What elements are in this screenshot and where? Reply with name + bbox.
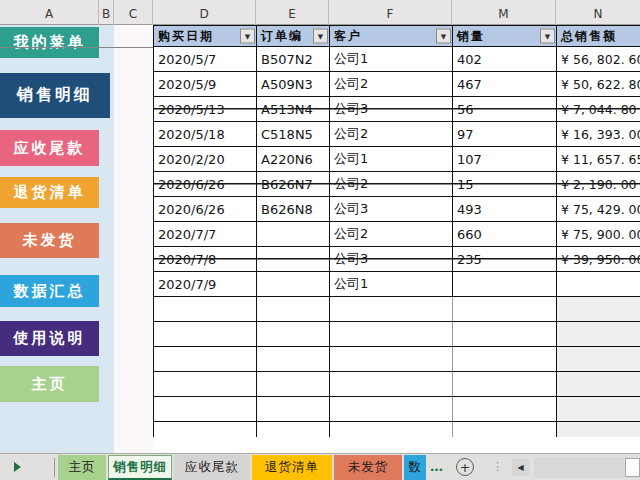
sales-table: 购买日期▼ 订单编▼ 客户▼ 销量▼ 总销售额 2020/5/7B507N2公司… (153, 25, 640, 437)
table-row: 2020/7/7公司2660¥ 75, 900. 00 (154, 222, 640, 247)
column-header-n[interactable]: N (556, 0, 640, 25)
column-header-a[interactable]: A (0, 0, 99, 25)
menu-button-receivables[interactable]: 应收尾款 (0, 130, 99, 166)
overflow-dots-icon: ⋮ (492, 460, 503, 473)
cell-qty[interactable]: 402 (453, 47, 557, 72)
cell-date[interactable]: 2020/5/7 (154, 47, 257, 72)
tab-returns[interactable]: 退货清单 (252, 455, 332, 480)
menu-pane: 我的菜单 销售明细 应收尾款 退货清单 未发货 数据汇总 使用说明 主页 (0, 25, 153, 453)
column-header-f[interactable]: F (329, 0, 452, 25)
column-header-e[interactable]: E (256, 0, 329, 25)
cell-order[interactable] (257, 272, 330, 297)
filter-dropdown-icon[interactable]: ▼ (436, 29, 451, 44)
cell-qty[interactable]: 107 (453, 147, 557, 172)
tab-unshipped[interactable]: 未发货 (334, 455, 402, 480)
cell-customer[interactable]: 公司3 (330, 97, 453, 122)
cell-order[interactable]: A509N3 (257, 72, 330, 97)
cell-date[interactable]: 2020/7/8 (154, 247, 257, 272)
cell-amount[interactable]: ¥ 75, 900. 00 (557, 222, 640, 247)
menu-button-sales-detail[interactable]: 销售明细 (0, 73, 110, 118)
next-sheet-icon[interactable] (14, 462, 21, 472)
add-sheet-icon[interactable]: + (456, 458, 474, 476)
column-header-d[interactable]: D (153, 0, 256, 25)
tab-home[interactable]: 主页 (58, 455, 106, 480)
cell-customer[interactable]: 公司3 (330, 197, 453, 222)
cell-date[interactable]: 2020/6/26 (154, 172, 257, 197)
cell-date[interactable]: 2020/7/7 (154, 222, 257, 247)
cell-amount[interactable]: ¥ 56, 802. 60 (557, 47, 640, 72)
scrollbar-thumb[interactable] (625, 458, 640, 477)
empty-row (154, 397, 640, 422)
empty-row (154, 422, 640, 437)
table-row: 2020/5/18C518N5公司297¥ 16, 393. 00 (154, 122, 640, 147)
tab-receivables[interactable]: 应收尾款 (174, 455, 250, 480)
column-header-c[interactable]: C (114, 0, 153, 25)
filter-dropdown-icon[interactable]: ▼ (313, 29, 328, 44)
spreadsheet-window: A B C D E F M N 我的菜单 销售明细 应收尾款 退货清单 未发货 … (0, 0, 640, 480)
cell-customer[interactable]: 公司2 (330, 222, 453, 247)
menu-button-home[interactable]: 主页 (0, 366, 99, 402)
cell-amount[interactable]: ¥ 7, 044. 80 (557, 97, 640, 122)
cell-date[interactable]: 2020/2/20 (154, 147, 257, 172)
filter-dropdown-icon[interactable]: ▼ (240, 29, 255, 44)
cell-date[interactable]: 2020/5/13 (154, 97, 257, 122)
cell-customer[interactable]: 公司1 (330, 147, 453, 172)
tab-data-summary-truncated[interactable]: 数 (404, 455, 426, 480)
empty-row (154, 372, 640, 397)
cell-customer[interactable]: 公司1 (330, 47, 453, 72)
sheet-tab-bar: 主页 销售明细 应收尾款 退货清单 未发货 数 … + ⋮ ◀ (0, 453, 640, 480)
empty-row (154, 297, 640, 322)
cell-date[interactable]: 2020/7/9 (154, 272, 257, 297)
empty-row (154, 347, 640, 372)
cell-amount[interactable]: ¥ 2, 190. 00 (557, 172, 640, 197)
cell-qty[interactable]: 56 (453, 97, 557, 122)
header-customer: 客户▼ (330, 26, 453, 47)
menu-button-data-summary[interactable]: 数据汇总 (0, 275, 99, 307)
table-header-row: 购买日期▼ 订单编▼ 客户▼ 销量▼ 总销售额 (154, 26, 640, 47)
empty-row (154, 322, 640, 347)
tab-sales-detail-active[interactable]: 销售明细 (108, 455, 172, 480)
column-letters-strip: A B C D E F M N (0, 0, 640, 25)
menu-button-returns[interactable]: 退货清单 (0, 177, 99, 208)
cell-customer[interactable]: 公司2 (330, 122, 453, 147)
menu-button-instructions[interactable]: 使用说明 (0, 321, 99, 356)
cell-customer[interactable]: 公司2 (330, 72, 453, 97)
cell-order[interactable]: C518N5 (257, 122, 330, 147)
cell-amount[interactable]: ¥ 75, 429. 00 (557, 197, 640, 222)
cell-qty[interactable]: 467 (453, 72, 557, 97)
cell-date[interactable]: 2020/5/9 (154, 72, 257, 97)
cell-customer[interactable]: 公司3 (330, 247, 453, 272)
header-order-no: 订单编▼ (257, 26, 330, 47)
cell-qty[interactable]: 493 (453, 197, 557, 222)
cell-amount[interactable]: ¥ 39, 950. 00 (557, 247, 640, 272)
horizontal-scrollbar[interactable] (534, 457, 640, 478)
column-header-m[interactable]: M (452, 0, 556, 25)
column-header-b[interactable]: B (99, 0, 114, 25)
cell-qty[interactable] (453, 272, 557, 297)
cell-order[interactable]: B507N2 (257, 47, 330, 72)
cell-amount[interactable]: ¥ 16, 393. 00 (557, 122, 640, 147)
cell-amount[interactable]: ¥ 11, 657. 65 (557, 147, 640, 172)
scroll-left-icon[interactable]: ◀ (512, 459, 529, 476)
cell-order[interactable]: B626N8 (257, 197, 330, 222)
table-row-struck: 2020/5/13A513N4公司356¥ 7, 044. 80 (154, 97, 640, 122)
more-tabs-indicator[interactable]: … (430, 459, 443, 474)
cell-amount[interactable]: ¥ 50, 622. 80 (557, 72, 640, 97)
cell-qty[interactable]: 660 (453, 222, 557, 247)
cell-amount[interactable] (557, 272, 640, 297)
menu-button-my-menu[interactable]: 我的菜单 (0, 27, 99, 58)
cell-order[interactable]: A220N6 (257, 147, 330, 172)
menu-button-unshipped[interactable]: 未发货 (0, 223, 99, 258)
cell-order[interactable]: A513N4 (257, 97, 330, 122)
cell-customer[interactable]: 公司2 (330, 172, 453, 197)
filter-dropdown-icon[interactable]: ▼ (540, 29, 555, 44)
cell-date[interactable]: 2020/5/18 (154, 122, 257, 147)
cell-order[interactable] (257, 247, 330, 272)
cell-date[interactable]: 2020/6/26 (154, 197, 257, 222)
cell-order[interactable]: B626N7 (257, 172, 330, 197)
cell-qty[interactable]: 235 (453, 247, 557, 272)
cell-qty[interactable]: 15 (453, 172, 557, 197)
cell-order[interactable] (257, 222, 330, 247)
cell-qty[interactable]: 97 (453, 122, 557, 147)
cell-customer[interactable]: 公司1 (330, 272, 453, 297)
